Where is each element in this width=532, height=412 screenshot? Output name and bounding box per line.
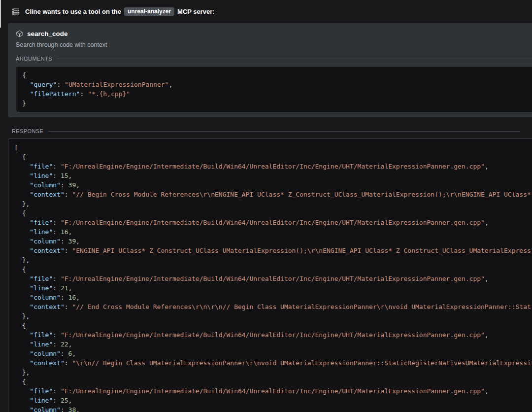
left-scroll-indicator [0, 0, 1, 28]
header-title: Cline wants to use a tool on the unreal-… [25, 7, 215, 16]
response-code-block[interactable]: [ { "file": "F:/UnrealEngine/Engine/Inte… [8, 138, 532, 412]
tool-card: search_code Search through code with con… [8, 23, 532, 117]
server-badge: unreal-analyzer [124, 7, 174, 16]
tool-package-icon [16, 30, 23, 37]
response-label: RESPONSE [12, 128, 520, 134]
tool-description: Search through code with context [16, 41, 532, 48]
tool-name: search_code [27, 30, 68, 37]
server-icon [12, 8, 20, 16]
arguments-code-block[interactable]: { "query": "UMaterialExpressionPanner", … [16, 66, 532, 112]
header-title-suffix: MCP server: [177, 8, 215, 15]
mcp-tool-approval-view: Cline wants to use a tool on the unreal-… [0, 0, 532, 412]
header-title-prefix: Cline wants to use a tool on the [25, 8, 121, 15]
tool-header-row: search_code [16, 30, 532, 37]
header: Cline wants to use a tool on the unreal-… [0, 0, 532, 21]
arguments-label: ARGUMENTS [16, 56, 532, 62]
